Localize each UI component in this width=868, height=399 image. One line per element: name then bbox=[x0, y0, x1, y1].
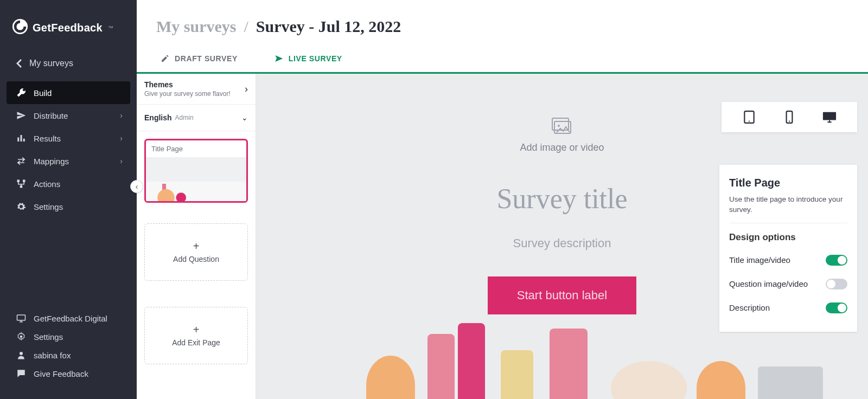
svg-rect-6 bbox=[20, 185, 23, 188]
page-thumb-preview bbox=[146, 157, 246, 201]
chevron-left-icon bbox=[16, 59, 22, 68]
nav-item-results[interactable]: Results › bbox=[7, 127, 130, 150]
brand-trademark: ™ bbox=[108, 25, 113, 31]
device-phone-button[interactable] bbox=[781, 110, 797, 125]
logo-mark-icon bbox=[12, 18, 28, 37]
nav-item-digital[interactable]: GetFeedback Digital bbox=[7, 309, 130, 327]
add-card-label: Add Exit Page bbox=[172, 338, 220, 347]
chevron-right-icon: › bbox=[120, 111, 123, 120]
pencil-icon bbox=[161, 54, 169, 63]
nav-label: Build bbox=[34, 88, 52, 98]
breadcrumb-root[interactable]: My surveys bbox=[156, 17, 236, 36]
phone-icon bbox=[782, 110, 796, 124]
wrench-icon bbox=[16, 88, 26, 98]
brand-logo: GetFeedback ™ bbox=[0, 0, 137, 49]
nav-label: Mappings bbox=[34, 157, 69, 166]
swap-icon bbox=[16, 156, 26, 166]
plus-icon: + bbox=[193, 324, 200, 335]
language-name: English bbox=[144, 113, 172, 122]
breadcrumb-sep: / bbox=[244, 17, 248, 36]
nav-label: Settings bbox=[34, 202, 63, 211]
tab-draft-survey[interactable]: DRAFT SURVEY bbox=[158, 51, 240, 66]
option-label: Question image/video bbox=[729, 279, 808, 288]
plus-icon: + bbox=[193, 241, 200, 252]
toggle-description[interactable] bbox=[826, 303, 847, 313]
nav-primary: Build Distribute › Results › Mappings › … bbox=[0, 78, 137, 221]
nav-item-give-feedback[interactable]: Give Feedback bbox=[7, 364, 130, 383]
option-label: Description bbox=[729, 303, 770, 312]
gear-icon bbox=[16, 202, 26, 211]
language-role: Admin bbox=[175, 114, 194, 121]
nav-label: Give Feedback bbox=[34, 369, 88, 378]
nav-item-global-settings[interactable]: Settings bbox=[7, 327, 130, 346]
tab-label: DRAFT SURVEY bbox=[175, 54, 238, 63]
language-selector[interactable]: English Admin ⌄ bbox=[137, 105, 256, 131]
option-row-description: Description bbox=[729, 296, 847, 320]
add-card-label: Add Question bbox=[173, 255, 219, 263]
toggle-question-media[interactable] bbox=[826, 279, 847, 289]
send-icon bbox=[16, 111, 26, 120]
tablet-icon bbox=[742, 110, 756, 124]
chevron-right-icon: › bbox=[120, 157, 123, 165]
survey-mode-tabs: DRAFT SURVEY LIVE SURVEY bbox=[137, 41, 868, 72]
svg-rect-1 bbox=[17, 138, 19, 142]
image-stack-icon bbox=[551, 117, 573, 136]
workspace: ‹ Themes Give your survey some flavor! ›… bbox=[137, 74, 868, 399]
nav-item-actions[interactable]: Actions bbox=[7, 172, 130, 195]
design-options-heading: Design options bbox=[729, 232, 847, 243]
props-description: Use the title page to introduce your sur… bbox=[729, 195, 847, 223]
add-media-label: Add image or video bbox=[520, 142, 604, 153]
canvas: Title Page Use the title page to introdu… bbox=[256, 74, 868, 399]
tab-label: LIVE SURVEY bbox=[289, 54, 342, 63]
add-media-button[interactable]: Add image or video bbox=[520, 117, 604, 153]
props-heading: Title Page bbox=[729, 177, 847, 189]
page-header: My surveys / Survey - Jul 12, 2022 bbox=[137, 0, 868, 41]
bar-chart-icon bbox=[16, 133, 26, 143]
pages-column: ‹ Themes Give your survey some flavor! ›… bbox=[137, 74, 256, 399]
start-button[interactable]: Start button label bbox=[488, 276, 636, 314]
main-area: My surveys / Survey - Jul 12, 2022 DRAFT… bbox=[137, 0, 868, 399]
option-row-title-media: Title image/video bbox=[729, 248, 847, 272]
themes-menu[interactable]: Themes Give your survey some flavor! › bbox=[137, 74, 256, 105]
nav-label: Settings bbox=[34, 332, 63, 342]
add-question-button[interactable]: + Add Question bbox=[144, 223, 248, 281]
nav-item-user[interactable]: sabina fox bbox=[7, 346, 130, 364]
survey-description-input[interactable] bbox=[348, 236, 776, 250]
device-tablet-button[interactable] bbox=[741, 110, 757, 125]
nav-label: Results bbox=[34, 134, 61, 143]
themes-subtitle: Give your survey some flavor! bbox=[144, 90, 231, 98]
nav-item-settings[interactable]: Settings bbox=[7, 195, 130, 218]
svg-point-17 bbox=[558, 125, 560, 127]
flow-icon bbox=[16, 179, 26, 189]
collapse-pages-button[interactable]: ‹ bbox=[130, 180, 143, 193]
user-icon bbox=[16, 350, 26, 360]
chevron-right-icon: › bbox=[245, 83, 248, 95]
nav-item-distribute[interactable]: Distribute › bbox=[7, 104, 130, 127]
themes-title: Themes bbox=[144, 80, 231, 89]
nav-back-label: My surveys bbox=[29, 59, 73, 68]
svg-point-13 bbox=[789, 121, 790, 122]
device-desktop-button[interactable] bbox=[821, 110, 838, 125]
toggle-title-media[interactable] bbox=[826, 255, 847, 266]
option-row-question-media: Question image/video bbox=[729, 272, 847, 296]
add-exit-page-button[interactable]: + Add Exit Page bbox=[144, 307, 248, 364]
svg-rect-3 bbox=[23, 139, 25, 141]
nav-secondary: GetFeedback Digital Settings sabina fox … bbox=[0, 300, 137, 399]
nav-item-build[interactable]: Build bbox=[7, 81, 130, 104]
nav-label: sabina fox bbox=[34, 351, 71, 360]
page-thumb-title-page[interactable]: Title Page bbox=[144, 139, 248, 203]
nav-item-mappings[interactable]: Mappings › bbox=[7, 150, 130, 172]
breadcrumb: My surveys / Survey - Jul 12, 2022 bbox=[156, 17, 848, 36]
svg-rect-5 bbox=[23, 180, 25, 183]
chevron-right-icon: › bbox=[120, 134, 123, 143]
svg-rect-7 bbox=[17, 315, 25, 320]
desktop-icon bbox=[822, 110, 837, 124]
nav-back-my-surveys[interactable]: My surveys bbox=[0, 49, 137, 78]
svg-point-9 bbox=[20, 352, 23, 355]
breadcrumb-current: Survey - Jul 12, 2022 bbox=[256, 17, 401, 36]
nav-label: Actions bbox=[34, 179, 60, 189]
svg-rect-14 bbox=[823, 112, 836, 120]
tab-live-survey[interactable]: LIVE SURVEY bbox=[272, 51, 344, 66]
nav-label: GetFeedback Digital bbox=[34, 314, 107, 323]
device-preview-switcher bbox=[722, 102, 857, 132]
